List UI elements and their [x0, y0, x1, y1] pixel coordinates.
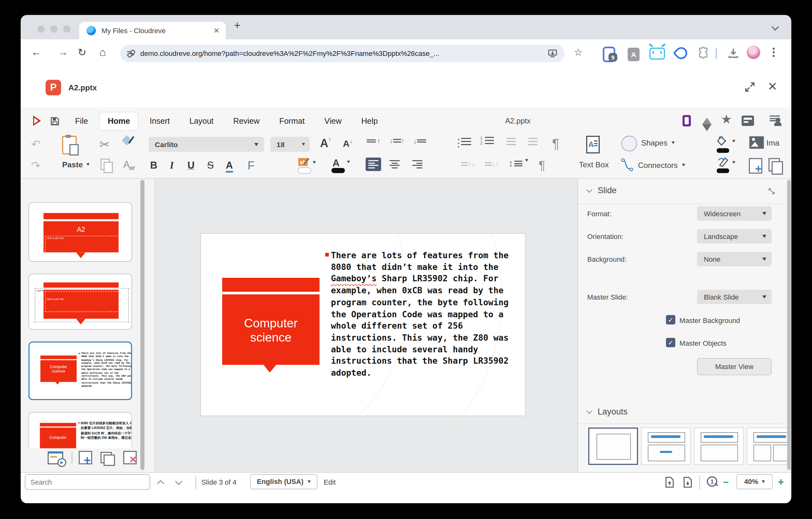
line-spacing-icon[interactable]: ↕ [509, 158, 528, 169]
master-slide-select[interactable]: Blank Slide [697, 290, 772, 304]
extension-drop-icon[interactable] [675, 47, 687, 59]
menu-insert[interactable]: Insert [142, 112, 178, 130]
site-settings-icon[interactable] [127, 50, 134, 56]
language-button[interactable]: English (USA) [250, 474, 317, 489]
shape-gem-icon[interactable] [702, 113, 712, 125]
browser-tab[interactable]: My Files - Cloudreve ✕ [79, 22, 226, 39]
favorites-star-icon[interactable]: ★ [721, 112, 732, 127]
align-middle-icon[interactable]: ↓↑ [389, 137, 404, 144]
back-icon[interactable]: ← [31, 46, 41, 58]
layout-blank-selected[interactable] [588, 428, 638, 465]
fit-width-icon[interactable] [683, 477, 693, 488]
undo-icon[interactable]: ↷ [31, 138, 40, 152]
duplicate-slide-icon[interactable] [768, 158, 780, 172]
align-top-icon[interactable]: ↑ [367, 137, 380, 145]
outline-color-icon[interactable] [717, 157, 729, 167]
zoom-out-button[interactable]: − [723, 477, 729, 488]
master-background-checkbox[interactable]: ✓ [666, 315, 675, 325]
find-next-icon[interactable] [176, 477, 181, 486]
text-box-icon[interactable]: A [586, 136, 600, 154]
zoom-100-icon[interactable]: 1 [707, 476, 717, 487]
align-bottom-icon[interactable]: ↓ [413, 137, 426, 145]
reload-icon[interactable]: ↻ [78, 46, 86, 58]
tab-search-icon[interactable] [773, 22, 778, 32]
menu-view[interactable]: View [317, 112, 350, 130]
strikethrough-icon[interactable]: S [207, 160, 214, 171]
user-settings-icon[interactable] [770, 115, 780, 121]
open-advanced-settings-icon[interactable] [767, 187, 776, 195]
url-text[interactable]: demo.cloudreve.org/home?path=cloudreve%3… [140, 50, 548, 57]
add-slide-thumb-icon[interactable]: + [79, 451, 92, 464]
slide-title-text[interactable]: Computerscience [222, 317, 320, 345]
cut-icon[interactable]: ✂ [99, 137, 110, 152]
delete-slide-icon[interactable]: ✕ [123, 451, 137, 464]
thumbnail-slide-4[interactable]: Computer 8080 芯片的很多功能都没有加入 Gameboy 的夏普 L… [28, 412, 132, 448]
traffic-light-close[interactable] [37, 25, 45, 32]
slide-banner-bar[interactable] [222, 278, 320, 292]
background-select[interactable]: None [697, 252, 772, 267]
move-up-icon[interactable]: ↑↓ [461, 160, 475, 168]
layout-title-subtitle[interactable] [641, 428, 691, 465]
menu-help[interactable]: Help [354, 112, 386, 130]
master-objects-checkbox[interactable]: ✓ [666, 338, 675, 347]
shapes-icon[interactable] [621, 136, 637, 151]
image-icon[interactable] [749, 136, 764, 149]
thumbnail-slide-1[interactable]: A2 Click to add Text [28, 202, 132, 262]
decrease-font-icon[interactable]: A↓ [343, 138, 353, 149]
zoom-level-select[interactable]: 40% [736, 474, 773, 489]
install-app-icon[interactable] [548, 49, 557, 58]
bold-icon[interactable]: B [150, 160, 157, 171]
redo-icon[interactable]: ↷ [31, 159, 40, 173]
close-viewer-icon[interactable]: ✕ [767, 80, 778, 94]
underline-icon[interactable]: U [187, 160, 195, 171]
orientation-select[interactable]: Landscape [697, 229, 772, 244]
theme-icon[interactable] [683, 115, 691, 126]
shapes-button[interactable]: Shapes [641, 138, 674, 147]
increase-font-icon[interactable]: A↑ [320, 137, 331, 150]
menu-format[interactable]: Format [271, 112, 313, 130]
tab-close-icon[interactable]: ✕ [213, 27, 220, 35]
numbered-list-icon[interactable]: 12 [485, 137, 494, 144]
traffic-light-zoom[interactable] [63, 25, 70, 32]
format-painter-icon[interactable] [123, 137, 130, 144]
align-center-icon[interactable] [389, 160, 400, 168]
add-slide-icon[interactable]: + [749, 158, 762, 174]
menu-review[interactable]: Review [226, 112, 267, 130]
menu-file[interactable]: File [67, 112, 95, 130]
layout-title-content[interactable] [694, 428, 744, 465]
panel-scrollbar[interactable] [787, 180, 790, 470]
clear-format-icon[interactable]: A [123, 159, 130, 170]
fullscreen-icon[interactable] [744, 81, 756, 93]
zoom-in-button[interactable]: + [778, 476, 784, 488]
fill-color-icon[interactable] [717, 136, 730, 147]
font-name-select[interactable]: Carlito [149, 137, 264, 152]
text-box-button[interactable]: Text Box [579, 160, 609, 169]
traffic-light-minimize[interactable] [50, 25, 57, 32]
thumbnail-scrollbar[interactable] [140, 180, 144, 470]
align-left-icon[interactable] [366, 158, 381, 171]
extension-tv-icon[interactable] [649, 48, 665, 60]
layouts-section-header[interactable]: Layouts [587, 407, 628, 417]
connectors-button[interactable]: Connectors [638, 161, 685, 169]
url-bar[interactable]: demo.cloudreve.org/home?path=cloudreve%3… [120, 45, 564, 62]
forward-icon[interactable]: → [58, 46, 68, 58]
decrease-indent-icon[interactable] [506, 138, 516, 145]
text-direction-icon[interactable]: ¶ [539, 158, 545, 173]
save-icon[interactable] [50, 116, 60, 127]
align-right-icon[interactable] [412, 160, 423, 168]
image-button[interactable]: Ima [766, 138, 780, 147]
move-down-icon[interactable]: ↓↑ [485, 160, 499, 168]
start-slideshow-icon[interactable]: ▶ [48, 451, 63, 464]
bookmark-star-icon[interactable]: ☆ [574, 46, 583, 58]
duplicate-slide-thumb-icon[interactable] [100, 452, 112, 463]
extensions-puzzle-icon[interactable] [697, 47, 709, 61]
fit-slide-icon[interactable] [664, 477, 675, 488]
menu-home[interactable]: Home [100, 112, 138, 130]
increase-indent-icon[interactable] [528, 138, 538, 145]
font-size-select[interactable]: 18 [270, 137, 310, 152]
highlight-color-icon[interactable]: ab [298, 158, 308, 166]
menu-layout[interactable]: Layout [182, 112, 222, 130]
card-icon[interactable] [742, 115, 754, 126]
home-icon[interactable]: ⌂ [99, 46, 106, 58]
paste-button[interactable]: Paste [62, 160, 90, 169]
